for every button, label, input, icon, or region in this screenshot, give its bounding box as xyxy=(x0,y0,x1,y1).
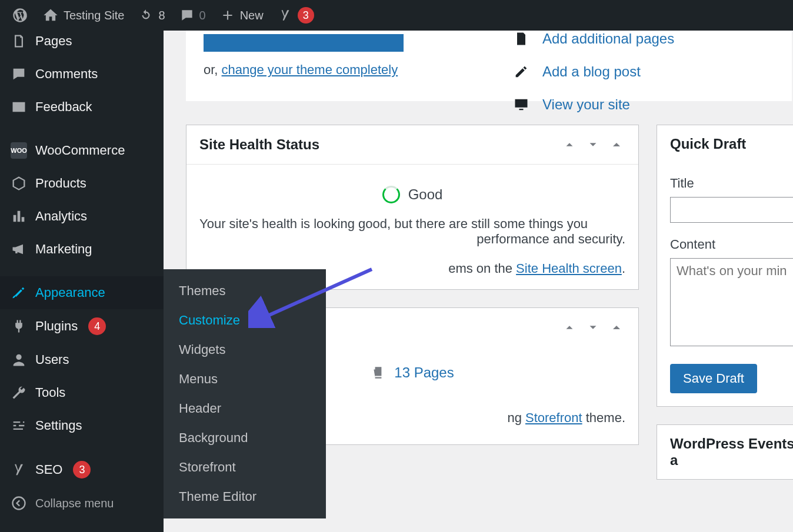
caret-up-icon xyxy=(611,322,622,333)
add-post-link[interactable]: Add a blog post xyxy=(513,63,674,80)
submenu-storefront[interactable]: Storefront xyxy=(164,453,326,482)
welcome-panel: or, change your theme completely Add add… xyxy=(186,31,792,101)
sidebar-item-marketing[interactable]: Marketing xyxy=(0,233,164,266)
svg-point-0 xyxy=(13,497,25,510)
menu-label: Collapse menu xyxy=(35,497,114,510)
menu-label: Settings xyxy=(35,418,82,433)
sidebar-item-settings[interactable]: Settings xyxy=(0,409,164,442)
menu-label: Marketing xyxy=(35,242,92,257)
events-postbox: WordPress Events a xyxy=(657,424,793,480)
events-title: WordPress Events a xyxy=(670,436,793,469)
move-up-button[interactable] xyxy=(561,136,578,153)
wp-logo[interactable] xyxy=(5,0,35,31)
site-health-title: Site Health Status xyxy=(199,136,319,153)
write-icon xyxy=(513,63,529,80)
customize-site-button[interactable] xyxy=(204,34,404,52)
menu-label: WooCommerce xyxy=(35,143,125,158)
sidebar-item-tools[interactable]: Tools xyxy=(0,376,164,409)
feedback-icon xyxy=(11,99,27,115)
sidebar-item-plugins[interactable]: Plugins 4 xyxy=(0,309,164,343)
sidebar-item-appearance[interactable]: Appearance xyxy=(0,276,164,309)
sidebar-item-feedback[interactable]: Feedback xyxy=(0,91,164,123)
chevron-down-icon xyxy=(587,138,599,151)
comments-bubble[interactable]: 0 xyxy=(172,0,213,31)
toggle-button[interactable] xyxy=(608,319,625,336)
chevron-up-icon xyxy=(563,138,576,151)
seo-badge: 3 xyxy=(73,461,91,479)
health-p1: Your site's health is looking good, but … xyxy=(199,216,625,232)
submenu-customize[interactable]: Customize xyxy=(164,306,326,335)
submenu-themes[interactable]: Themes xyxy=(164,276,326,306)
woo-icon: WOO xyxy=(11,142,27,159)
menu-label: Products xyxy=(35,176,86,191)
comment-icon xyxy=(11,66,27,82)
plugins-badge: 4 xyxy=(88,317,106,335)
submenu-header[interactable]: Header xyxy=(164,394,326,423)
move-down-button[interactable] xyxy=(584,319,602,336)
brush-icon xyxy=(11,285,27,301)
site-health-postbox: Site Health Status Good Your site's heal… xyxy=(186,125,639,290)
yoast-badge: 3 xyxy=(298,7,314,24)
health-ring-icon xyxy=(382,186,400,203)
new-label: New xyxy=(240,9,264,22)
quick-draft-title: Quick Draft xyxy=(670,136,746,152)
health-status-text: Good xyxy=(408,186,443,203)
change-theme-line: or, change your theme completely xyxy=(204,62,774,78)
plus-icon xyxy=(220,8,235,23)
user-icon xyxy=(11,352,27,368)
site-name: Testing Site xyxy=(64,9,124,22)
sidebar-item-users[interactable]: Users xyxy=(0,343,164,376)
qd-title-input[interactable] xyxy=(670,197,793,223)
menu-label: Comments xyxy=(35,66,98,82)
collapse-icon xyxy=(11,495,27,511)
appearance-submenu: Themes Customize Widgets Menus Header Ba… xyxy=(164,269,326,518)
collapse-menu[interactable]: Collapse menu xyxy=(0,487,164,520)
sidebar-item-products[interactable]: Products xyxy=(0,167,164,200)
change-theme-link[interactable]: change your theme completely xyxy=(222,62,398,77)
menu-label: Pages xyxy=(35,34,72,49)
admin-bar: Testing Site 8 0 New 3 xyxy=(0,0,793,31)
sidebar-item-seo[interactable]: SEO 3 xyxy=(0,453,164,487)
pages-icon xyxy=(11,33,27,49)
menu-label: Users xyxy=(35,352,69,367)
chevron-up-icon xyxy=(563,321,576,334)
sidebar-item-woocommerce[interactable]: WOO WooCommerce xyxy=(0,134,164,167)
health-p1b: performance and security. xyxy=(199,232,625,247)
save-draft-button[interactable]: Save Draft xyxy=(670,364,757,393)
move-up-button[interactable] xyxy=(561,319,578,336)
site-health-screen-link[interactable]: Site Health screen xyxy=(516,261,622,276)
updates[interactable]: 8 xyxy=(131,0,172,31)
sliders-icon xyxy=(11,417,27,434)
toggle-button[interactable] xyxy=(608,136,625,153)
submenu-background[interactable]: Background xyxy=(164,423,326,453)
theme-link[interactable]: Storefront xyxy=(525,410,582,425)
menu-label: Appearance xyxy=(35,285,105,300)
view-site-link[interactable]: View your site xyxy=(513,96,674,113)
menu-label: SEO xyxy=(35,462,62,477)
quick-draft-postbox: Quick Draft Title Content Save Draft xyxy=(657,125,793,407)
bars-icon xyxy=(11,208,27,225)
submenu-theme-editor[interactable]: Theme Editor xyxy=(164,482,326,511)
yoast-icon xyxy=(278,8,293,23)
admin-sidebar: Pages Comments Feedback WOO WooCommerce … xyxy=(0,31,164,532)
yoast-menu[interactable]: 3 xyxy=(271,0,321,31)
wordpress-icon xyxy=(12,7,28,24)
sidebar-item-comments[interactable]: Comments xyxy=(0,58,164,91)
qd-content-label: Content xyxy=(670,237,793,252)
yoast-icon xyxy=(11,461,27,478)
sidebar-item-pages[interactable]: Pages xyxy=(0,31,164,58)
sidebar-item-analytics[interactable]: Analytics xyxy=(0,200,164,233)
menu-label: Feedback xyxy=(35,99,92,115)
site-home[interactable]: Testing Site xyxy=(35,0,131,31)
updates-count: 8 xyxy=(158,9,165,22)
chevron-down-icon xyxy=(587,321,599,334)
submenu-menus[interactable]: Menus xyxy=(164,364,326,394)
submenu-widgets[interactable]: Widgets xyxy=(164,335,326,364)
add-pages-link[interactable]: Add additional pages xyxy=(513,31,674,47)
menu-label: Analytics xyxy=(35,209,87,224)
megaphone-icon xyxy=(11,241,27,257)
qd-content-textarea[interactable] xyxy=(670,258,793,346)
move-down-button[interactable] xyxy=(584,136,602,153)
new-content[interactable]: New xyxy=(213,0,271,31)
qd-title-label: Title xyxy=(670,176,793,191)
